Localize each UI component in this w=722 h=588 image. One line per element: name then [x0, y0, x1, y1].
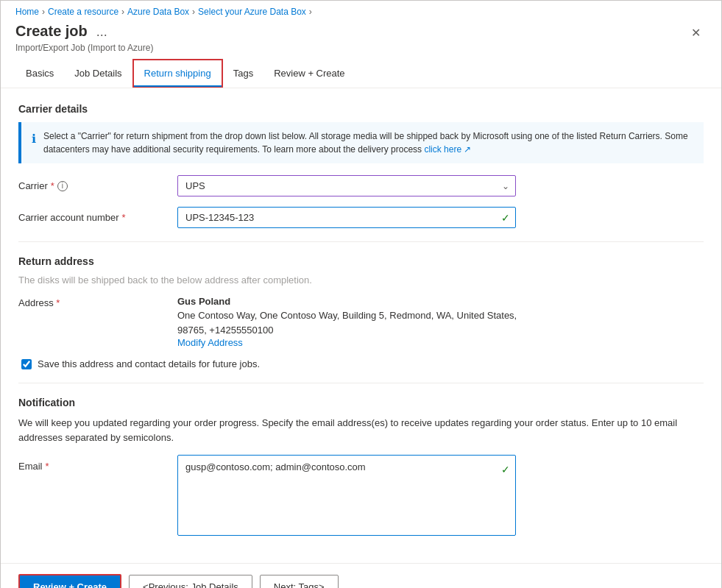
carrier-label: Carrier [18, 180, 48, 191]
save-address-row: Save this address and contact details fo… [18, 358, 704, 369]
breadcrumb-home[interactable]: Home [15, 7, 39, 17]
breadcrumb-select-azure-data-box[interactable]: Select your Azure Data Box [198, 7, 306, 17]
account-input-wrap: ✓ [177, 207, 516, 228]
address-line1: One Contoso Way, One Contoso Way, Buildi… [177, 308, 704, 323]
subtitle: Import/Export Job (Import to Azure) [1, 43, 721, 59]
main-content: Carrier details ℹ Select a "Carrier" for… [1, 88, 721, 563]
header: Create job ... ✕ [1, 20, 721, 43]
carrier-select[interactable]: UPS FedEx DHL [178, 176, 515, 196]
divider-2 [18, 383, 704, 383]
carrier-section-title: Carrier details [18, 103, 704, 115]
account-label: Carrier account number [18, 212, 119, 223]
divider-1 [18, 241, 704, 242]
email-valid-icon: ✓ [501, 464, 510, 475]
email-row: Email * gusp@contoso.com; admin@contoso.… [18, 455, 704, 538]
tab-return-shipping[interactable]: Return shipping [132, 59, 223, 88]
email-label: Email [18, 461, 43, 472]
info-icon: ℹ [32, 130, 36, 156]
breadcrumb-create-resource[interactable]: Create a resource [48, 7, 118, 17]
account-required: * [122, 212, 126, 223]
return-address-title: Return address [18, 255, 704, 267]
email-input-wrap: gusp@contoso.com; admin@contoso.com ✓ [177, 455, 516, 538]
tab-job-details[interactable]: Job Details [64, 60, 132, 86]
tab-tags[interactable]: Tags [223, 60, 263, 86]
page-title: Create job [15, 23, 88, 40]
address-content: Gus Poland One Contoso Way, One Contoso … [177, 296, 704, 348]
notification-title: Notification [18, 397, 704, 408]
more-options-button[interactable]: ... [93, 24, 110, 40]
carrier-info-circle[interactable]: i [57, 181, 68, 191]
modify-address-link[interactable]: Modify Address [177, 337, 243, 348]
save-address-checkbox[interactable] [21, 359, 32, 369]
address-name: Gus Poland [177, 296, 704, 307]
click-here-link[interactable]: click here ↗ [424, 144, 471, 155]
tabs: Basics Job Details Return shipping Tags … [1, 59, 721, 88]
footer: Review + Create <Previous: Job Details N… [1, 563, 721, 588]
carrier-row: Carrier * i UPS FedEx DHL ⌄ [18, 175, 704, 196]
breadcrumb: Home › Create a resource › Azure Data Bo… [1, 1, 721, 20]
email-textarea[interactable]: gusp@contoso.com; admin@contoso.com [177, 455, 516, 536]
breadcrumb-azure-data-box[interactable]: Azure Data Box [127, 7, 189, 17]
tab-basics[interactable]: Basics [15, 60, 64, 86]
carrier-select-wrapper: UPS FedEx DHL ⌄ [177, 175, 516, 196]
address-row: Address * Gus Poland One Contoso Way, On… [18, 296, 704, 348]
carrier-info-box: ℹ Select a "Carrier" for return shipment… [18, 122, 704, 163]
return-address-subtitle: The disks will be shipped back to the be… [18, 274, 704, 286]
account-input[interactable] [177, 207, 516, 228]
address-label-text: Address [18, 297, 54, 308]
notification-section: Notification We will keep you updated re… [18, 397, 704, 538]
carrier-required: * [51, 180, 54, 191]
next-button[interactable]: Next: Tags> [260, 575, 339, 588]
notification-description: We will keep you updated regarding your … [18, 416, 704, 444]
save-address-label[interactable]: Save this address and contact details fo… [38, 358, 260, 369]
address-line2: 98765, +14255550100 [177, 323, 704, 338]
close-button[interactable]: ✕ [685, 23, 707, 43]
account-valid-icon: ✓ [501, 212, 510, 224]
carrier-info-text: Select a "Carrier" for return shipment f… [43, 131, 688, 155]
previous-button[interactable]: <Previous: Job Details [129, 575, 252, 588]
review-create-button[interactable]: Review + Create [18, 574, 121, 588]
account-row: Carrier account number * ✓ [18, 207, 704, 228]
tab-review-create[interactable]: Review + Create [263, 60, 355, 86]
